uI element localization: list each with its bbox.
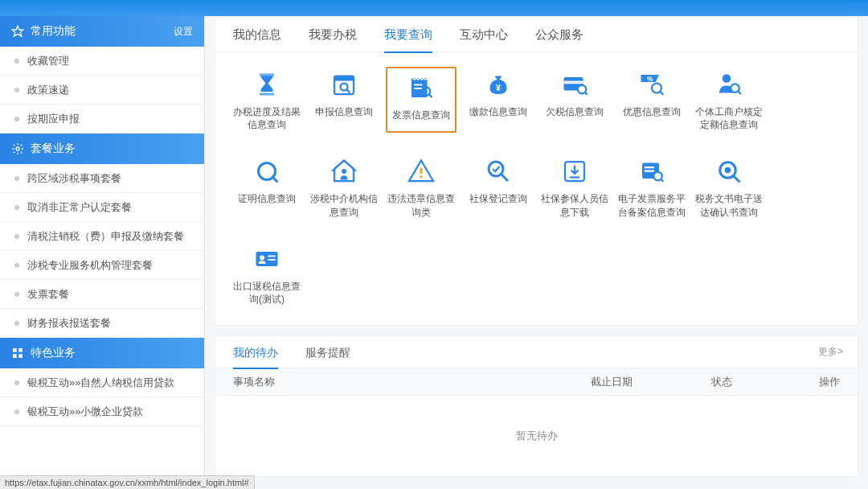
svg-line-24 xyxy=(661,92,664,95)
house-person-icon xyxy=(328,155,360,187)
main-tab[interactable]: 我要办税 xyxy=(309,17,357,52)
bullet-icon xyxy=(14,292,19,297)
main-tab[interactable]: 公众服务 xyxy=(535,17,583,52)
status-url: https://etax.fujian.chinatax.gov.cn/xxmh… xyxy=(0,475,255,489)
tile-label: 个体工商户核定定额信息查询 xyxy=(695,105,763,131)
sidebar-item-label: 取消非正常户认定套餐 xyxy=(27,200,132,215)
main-content: 我的信息我要办税我要查询互动中心公众服务 办税进度及结果信息查询申报信息查询发票… xyxy=(205,16,868,487)
sidebar-item[interactable]: 清税注销税（费）申报及缴纳套餐 xyxy=(0,222,204,251)
more-link[interactable]: 更多> xyxy=(818,345,843,359)
query-tile[interactable]: 证明信息查询 xyxy=(231,154,302,220)
bullet-icon xyxy=(14,263,19,268)
sidebar-item-label: 清税注销税（费）申报及缴纳套餐 xyxy=(27,229,184,244)
tile-label: 涉税中介机构信息查询 xyxy=(310,192,378,218)
svg-line-27 xyxy=(738,91,741,94)
query-tile[interactable]: 出口退税信息查询(测试) xyxy=(231,241,302,307)
query-tile[interactable]: 申报信息查询 xyxy=(309,67,379,133)
star-icon xyxy=(11,25,24,38)
bullet-icon xyxy=(14,409,19,414)
query-panel: 我的信息我要办税我要查询互动中心公众服务 办税进度及结果信息查询申报信息查询发票… xyxy=(215,16,858,326)
sidebar-item[interactable]: 按期应申报 xyxy=(0,105,204,134)
sidebar-section-title: 特色业务 xyxy=(31,346,76,360)
query-tile[interactable]: 违法违章信息查询类 xyxy=(386,154,457,220)
bullet-icon xyxy=(14,380,19,385)
svg-rect-3 xyxy=(18,348,23,352)
sidebar-item-label: 发票套餐 xyxy=(27,287,69,302)
hourglass-icon xyxy=(251,68,283,101)
bullet-icon xyxy=(14,59,19,64)
svg-line-34 xyxy=(501,175,507,181)
query-tile[interactable]: ¥缴款信息查询 xyxy=(463,67,534,133)
sidebar-item[interactable]: 银税互动»»自然人纳税信用贷款 xyxy=(0,368,204,397)
main-tabs: 我的信息我要办税我要查询互动中心公众服务 xyxy=(215,17,858,52)
svg-rect-6 xyxy=(260,74,274,76)
svg-rect-39 xyxy=(645,171,654,172)
sidebar-item[interactable]: 取消非正常户认定套餐 xyxy=(0,193,204,222)
warning-icon xyxy=(405,155,437,187)
query-tile[interactable]: 涉税中介机构信息查询 xyxy=(309,154,379,220)
sidebar: 常用功能设置收藏管理政策速递按期应申报套餐业务跨区域涉税事项套餐取消非正常户认定… xyxy=(0,16,205,487)
tile-label: 电子发票服务平台备案信息查询 xyxy=(618,192,686,218)
sidebar-section-header: 套餐业务 xyxy=(0,134,204,164)
query-tile[interactable]: 社保登记查询 xyxy=(463,154,534,220)
svg-rect-14 xyxy=(414,88,423,89)
pending-empty-text: 暂无待办 xyxy=(215,396,858,476)
main-tab[interactable]: 互动中心 xyxy=(460,17,508,52)
bullet-icon xyxy=(14,234,19,239)
svg-rect-38 xyxy=(645,166,654,168)
tile-label: 缴款信息查询 xyxy=(469,105,527,118)
sidebar-item[interactable]: 收藏管理 xyxy=(0,47,204,76)
sidebar-item[interactable]: 政策速递 xyxy=(0,76,204,105)
svg-rect-13 xyxy=(414,84,423,86)
svg-rect-48 xyxy=(268,259,275,261)
query-tile[interactable]: 电子发票服务平台备案信息查询 xyxy=(616,154,687,220)
pending-tab[interactable]: 服务提醒 xyxy=(305,336,350,368)
sidebar-section-title: 套餐业务 xyxy=(31,142,76,156)
bullet-icon xyxy=(14,321,19,326)
query-tile[interactable]: 欠税信息查询 xyxy=(540,67,611,133)
svg-rect-32 xyxy=(420,176,422,179)
doc-search-icon xyxy=(251,155,283,187)
sidebar-item[interactable]: 涉税专业服务机构管理套餐 xyxy=(0,251,204,280)
svg-line-29 xyxy=(272,178,277,183)
sidebar-item[interactable]: 跨区域涉税事项套餐 xyxy=(0,164,204,193)
query-tile[interactable]: %优惠信息查询 xyxy=(616,67,687,133)
svg-text:¥: ¥ xyxy=(496,83,501,92)
sidebar-item-label: 按期应申报 xyxy=(27,112,80,126)
pending-panel: 我的待办服务提醒更多> 事项名称 截止日期 状态 操作 暂无待办 xyxy=(215,335,858,477)
svg-point-46 xyxy=(260,255,264,260)
svg-point-43 xyxy=(725,167,731,174)
tile-label: 欠税信息查询 xyxy=(546,105,604,118)
sidebar-item[interactable]: 财务报表报送套餐 xyxy=(0,309,204,338)
money-bag-icon: ¥ xyxy=(482,68,514,101)
invoice-search-icon xyxy=(405,72,437,104)
bullet-icon xyxy=(14,88,19,92)
settings-link[interactable]: 设置 xyxy=(174,25,193,39)
main-tab[interactable]: 我要查询 xyxy=(384,17,432,52)
svg-point-30 xyxy=(342,169,346,174)
svg-line-21 xyxy=(585,92,588,95)
sidebar-item[interactable]: 银税互动»»小微企业贷款 xyxy=(0,397,204,426)
svg-rect-47 xyxy=(268,255,275,257)
query-tile[interactable]: 税务文书电子送达确认书查询 xyxy=(694,154,764,220)
main-tab[interactable]: 我的信息 xyxy=(233,17,281,52)
card-search-icon xyxy=(559,68,591,101)
query-tile[interactable]: 办税进度及结果信息查询 xyxy=(231,67,302,133)
tile-label: 出口退税信息查询(测试) xyxy=(233,280,301,306)
col-item-name: 事项名称 xyxy=(233,375,591,389)
main-layout: 常用功能设置收藏管理政策速递按期应申报套餐业务跨区域涉税事项套餐取消非正常户认定… xyxy=(0,16,868,487)
svg-rect-2 xyxy=(13,348,17,352)
svg-rect-5 xyxy=(18,354,23,358)
svg-point-25 xyxy=(723,74,731,83)
col-action: 操作 xyxy=(792,375,840,389)
svg-line-11 xyxy=(346,89,350,93)
query-tile[interactable]: 个体工商户核定定额信息查询 xyxy=(694,67,764,133)
sidebar-item[interactable]: 发票套餐 xyxy=(0,280,204,309)
tile-label: 办税进度及结果信息查询 xyxy=(233,105,301,131)
sidebar-item-label: 政策速递 xyxy=(27,83,69,97)
query-tile[interactable]: 社保参保人员信息下载 xyxy=(540,154,611,220)
query-tile[interactable]: 发票信息查询 xyxy=(386,67,457,133)
grid-icon xyxy=(11,347,24,360)
pending-tab[interactable]: 我的待办 xyxy=(233,336,278,368)
ticket-search-icon xyxy=(636,155,668,187)
